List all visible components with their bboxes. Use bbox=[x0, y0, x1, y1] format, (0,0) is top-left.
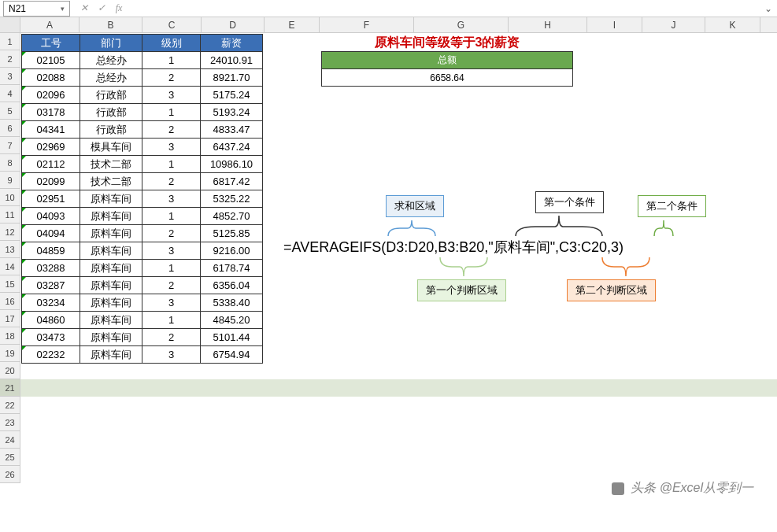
cell-dept[interactable]: 行政部 bbox=[80, 104, 142, 121]
cell-dept[interactable]: 原料车间 bbox=[80, 242, 142, 260]
cell-id[interactable]: 03473 bbox=[22, 329, 80, 346]
cell-level[interactable]: 3 bbox=[142, 294, 201, 312]
col-header-B[interactable]: B bbox=[80, 17, 142, 32]
cell-level[interactable]: 3 bbox=[142, 139, 201, 156]
cell-salary[interactable]: 5193.24 bbox=[201, 104, 263, 121]
cell-dept[interactable]: 原料车间 bbox=[80, 208, 142, 225]
row-header-2[interactable]: 2 bbox=[0, 50, 20, 68]
cell-id[interactable]: 04093 bbox=[22, 208, 80, 225]
row-header-16[interactable]: 16 bbox=[0, 293, 20, 310]
row-header-23[interactable]: 23 bbox=[0, 414, 20, 431]
cell-level[interactable]: 1 bbox=[142, 156, 201, 173]
row-header-4[interactable]: 4 bbox=[0, 85, 20, 102]
row-header-20[interactable]: 20 bbox=[0, 362, 20, 379]
row-header-17[interactable]: 17 bbox=[0, 310, 20, 327]
cell-salary[interactable]: 6178.74 bbox=[201, 260, 263, 277]
col-header-D[interactable]: D bbox=[202, 17, 265, 32]
row-header-10[interactable]: 10 bbox=[0, 189, 20, 206]
cell-level[interactable]: 2 bbox=[142, 69, 201, 87]
col-header-I[interactable]: I bbox=[587, 17, 642, 32]
cell-dept[interactable]: 技术二部 bbox=[80, 156, 142, 173]
name-box[interactable]: N21 ▾ bbox=[3, 1, 70, 17]
cell-salary[interactable]: 5338.40 bbox=[201, 294, 263, 312]
row-header-11[interactable]: 11 bbox=[0, 206, 20, 224]
row-header-8[interactable]: 8 bbox=[0, 154, 20, 172]
cell-id[interactable]: 03234 bbox=[22, 294, 80, 312]
cell-id[interactable]: 03288 bbox=[22, 260, 80, 277]
row-header-12[interactable]: 12 bbox=[0, 224, 20, 241]
cell-salary[interactable]: 6437.24 bbox=[201, 139, 263, 156]
cell-dept[interactable]: 总经办 bbox=[80, 52, 142, 69]
cell-id[interactable]: 02969 bbox=[22, 139, 80, 156]
cell-id[interactable]: 02232 bbox=[22, 346, 80, 364]
cell-level[interactable]: 2 bbox=[142, 225, 201, 242]
cell-level[interactable]: 2 bbox=[142, 121, 201, 139]
cell-dept[interactable]: 模具车间 bbox=[80, 139, 142, 156]
cell-dept[interactable]: 原料车间 bbox=[80, 346, 142, 364]
cell-dept[interactable]: 原料车间 bbox=[80, 277, 142, 294]
col-header-F[interactable]: F bbox=[320, 17, 414, 32]
cell-id[interactable]: 02112 bbox=[22, 156, 80, 173]
cell-id[interactable]: 02951 bbox=[22, 190, 80, 208]
cell-dept[interactable]: 行政部 bbox=[80, 87, 142, 104]
col-header-H[interactable]: H bbox=[509, 17, 587, 32]
row-header-7[interactable]: 7 bbox=[0, 137, 20, 154]
cell-dept[interactable]: 原料车间 bbox=[80, 225, 142, 242]
cell-salary[interactable]: 5325.22 bbox=[201, 190, 263, 208]
cell-dept[interactable]: 原料车间 bbox=[80, 312, 142, 329]
chevron-down-icon[interactable]: ▾ bbox=[61, 5, 65, 13]
cell-id[interactable]: 04094 bbox=[22, 225, 80, 242]
cell-id[interactable]: 02105 bbox=[22, 52, 80, 69]
row-header-24[interactable]: 24 bbox=[0, 431, 20, 449]
cell-level[interactable]: 1 bbox=[142, 104, 201, 121]
cell-level[interactable]: 1 bbox=[142, 208, 201, 225]
cell-salary[interactable]: 4845.20 bbox=[201, 312, 263, 329]
cancel-icon[interactable]: ✕ bbox=[76, 2, 92, 14]
cell-salary[interactable]: 9216.00 bbox=[201, 242, 263, 260]
cell-level[interactable]: 3 bbox=[142, 242, 201, 260]
cell-level[interactable]: 1 bbox=[142, 52, 201, 69]
cell-dept[interactable]: 总经办 bbox=[80, 69, 142, 87]
cell-salary[interactable]: 5125.85 bbox=[201, 225, 263, 242]
col-header-E[interactable]: E bbox=[265, 17, 320, 32]
cell-level[interactable]: 1 bbox=[142, 312, 201, 329]
cell-id[interactable]: 04341 bbox=[22, 121, 80, 139]
cell-salary[interactable]: 8921.70 bbox=[201, 69, 263, 87]
cell-id[interactable]: 02096 bbox=[22, 87, 80, 104]
row-header-1[interactable]: 1 bbox=[0, 33, 20, 50]
expand-icon[interactable]: ⌄ bbox=[763, 3, 777, 14]
cell-dept[interactable]: 原料车间 bbox=[80, 190, 142, 208]
row-header-21[interactable]: 21 bbox=[0, 379, 20, 397]
cell-id[interactable]: 03178 bbox=[22, 104, 80, 121]
row-header-9[interactable]: 9 bbox=[0, 172, 20, 189]
col-header-G[interactable]: G bbox=[414, 17, 509, 32]
cell-level[interactable]: 2 bbox=[142, 173, 201, 190]
cell-salary[interactable]: 6817.42 bbox=[201, 173, 263, 190]
row-header-14[interactable]: 14 bbox=[0, 258, 20, 275]
cell-salary[interactable]: 5101.44 bbox=[201, 329, 263, 346]
cell-level[interactable]: 3 bbox=[142, 87, 201, 104]
col-header-K[interactable]: K bbox=[705, 17, 760, 32]
row-header-25[interactable]: 25 bbox=[0, 449, 20, 466]
cell-id[interactable]: 04860 bbox=[22, 312, 80, 329]
cell-id[interactable]: 02099 bbox=[22, 173, 80, 190]
cell-id[interactable]: 04859 bbox=[22, 242, 80, 260]
fx-icon[interactable]: fx bbox=[111, 2, 127, 14]
cell-salary[interactable]: 6356.04 bbox=[201, 277, 263, 294]
cell-dept[interactable]: 原料车间 bbox=[80, 294, 142, 312]
cell-dept[interactable]: 技术二部 bbox=[80, 173, 142, 190]
row-header-15[interactable]: 15 bbox=[0, 275, 20, 293]
cell-salary[interactable]: 5175.24 bbox=[201, 87, 263, 104]
cell-level[interactable]: 2 bbox=[142, 277, 201, 294]
cell-salary[interactable]: 10986.10 bbox=[201, 156, 263, 173]
select-all-corner[interactable] bbox=[0, 17, 20, 32]
cell-id[interactable]: 03287 bbox=[22, 277, 80, 294]
cell-salary[interactable]: 24010.91 bbox=[201, 52, 263, 69]
row-header-13[interactable]: 13 bbox=[0, 241, 20, 258]
cell-dept[interactable]: 行政部 bbox=[80, 121, 142, 139]
cell-level[interactable]: 3 bbox=[142, 346, 201, 364]
cell-level[interactable]: 2 bbox=[142, 329, 201, 346]
cell-salary[interactable]: 6754.94 bbox=[201, 346, 263, 364]
row-header-3[interactable]: 3 bbox=[0, 68, 20, 85]
row-header-5[interactable]: 5 bbox=[0, 102, 20, 120]
